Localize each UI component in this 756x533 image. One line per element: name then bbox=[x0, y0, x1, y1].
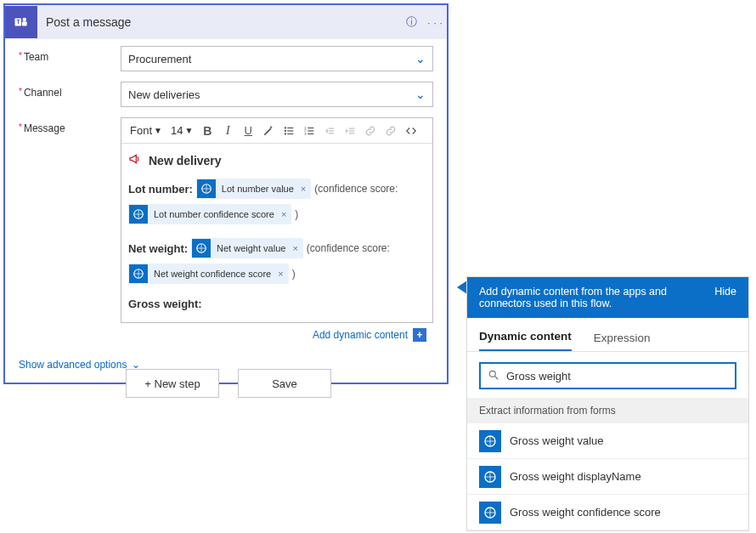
more-icon[interactable]: · · · bbox=[423, 16, 447, 29]
conf-open: (confidence score: bbox=[314, 183, 398, 195]
card-title: Post a message bbox=[37, 15, 399, 29]
token-remove-icon[interactable]: × bbox=[299, 184, 311, 194]
conf-close: ) bbox=[292, 268, 296, 280]
lot-label: Lot number: bbox=[128, 183, 193, 196]
select-channel-value: New deliveries bbox=[128, 88, 200, 101]
svg-rect-24 bbox=[22, 21, 27, 26]
italic-button[interactable]: I bbox=[218, 122, 237, 140]
gross-label: Gross weight: bbox=[128, 298, 202, 310]
unlink-button[interactable] bbox=[381, 122, 400, 140]
ai-builder-icon bbox=[129, 264, 148, 283]
token-lot-conf[interactable]: Lot number confidence score × bbox=[128, 204, 291, 224]
indent-button[interactable] bbox=[341, 122, 359, 140]
ai-builder-icon bbox=[129, 205, 148, 224]
help-icon[interactable]: ⓘ bbox=[399, 14, 423, 30]
label-team: Team bbox=[19, 46, 121, 63]
action-card: T Post a message ⓘ · · · Team Procuremen… bbox=[3, 3, 449, 384]
font-family-select[interactable]: Font▼ bbox=[127, 122, 166, 140]
editor-toolbar: Font▼ 14▼ B I U bbox=[121, 118, 432, 144]
select-channel[interactable]: New deliveries ⌄ bbox=[121, 82, 433, 107]
label-channel: Channel bbox=[19, 82, 121, 99]
save-button[interactable]: Save bbox=[238, 369, 331, 398]
result-item[interactable]: Gross weight confidence score bbox=[467, 495, 748, 530]
megaphone-icon bbox=[128, 152, 142, 168]
conf-close: ) bbox=[295, 208, 298, 220]
flow-footer-buttons: + New step Save bbox=[126, 369, 331, 398]
result-item[interactable]: Gross weight value bbox=[467, 423, 748, 459]
select-team-value: Procurement bbox=[128, 53, 191, 65]
result-label: Gross weight confidence score bbox=[510, 506, 661, 519]
label-message: Message bbox=[19, 117, 121, 134]
outdent-button[interactable] bbox=[320, 122, 339, 140]
add-dynamic-plus-icon[interactable]: + bbox=[413, 328, 426, 342]
bold-button[interactable]: B bbox=[198, 122, 217, 140]
tab-dynamic-content[interactable]: Dynamic content bbox=[479, 330, 572, 351]
row-message: Message Font▼ 14▼ B I U bbox=[5, 111, 447, 350]
select-team[interactable]: Procurement ⌄ bbox=[121, 46, 433, 71]
result-label: Gross weight value bbox=[510, 434, 604, 447]
row-channel: Channel New deliveries ⌄ bbox=[5, 75, 447, 111]
net-label: Net weight: bbox=[128, 242, 188, 255]
search-icon bbox=[488, 369, 499, 383]
message-heading: New delivery bbox=[149, 154, 222, 167]
panel-header: Add dynamic content from the apps and co… bbox=[467, 277, 748, 318]
token-remove-icon[interactable]: × bbox=[291, 243, 302, 253]
row-team: Team Procurement ⌄ bbox=[5, 39, 447, 75]
hide-panel-button[interactable]: Hide bbox=[714, 286, 736, 298]
card-header: T Post a message ⓘ · · · bbox=[5, 5, 447, 39]
search-input[interactable] bbox=[506, 370, 728, 383]
code-view-button[interactable] bbox=[402, 122, 420, 140]
bullet-list-button[interactable] bbox=[279, 122, 298, 140]
rich-text-editor[interactable]: Font▼ 14▼ B I U Ne bbox=[121, 117, 433, 323]
result-item[interactable]: Gross weight displayName bbox=[467, 459, 748, 495]
underline-button[interactable]: U bbox=[239, 122, 257, 140]
svg-point-23 bbox=[23, 18, 27, 22]
panel-header-text: Add dynamic content from the apps and co… bbox=[479, 286, 706, 309]
conf-open: (confidence score: bbox=[307, 242, 390, 254]
editor-body[interactable]: New delivery Lot number: Lot number valu… bbox=[121, 144, 432, 322]
teams-icon: T bbox=[5, 6, 37, 38]
token-net-conf[interactable]: Net weight confidence score × bbox=[128, 264, 289, 284]
dynamic-content-panel: Add dynamic content from the apps and co… bbox=[466, 276, 749, 531]
add-dynamic-content-link[interactable]: Add dynamic content bbox=[313, 329, 408, 341]
token-remove-icon[interactable]: × bbox=[279, 209, 291, 219]
new-step-button[interactable]: + New step bbox=[126, 369, 219, 398]
token-net-value[interactable]: Net weight value × bbox=[191, 238, 303, 258]
ai-builder-icon bbox=[479, 466, 501, 488]
search-box[interactable] bbox=[479, 362, 736, 389]
ai-builder-icon bbox=[479, 502, 501, 524]
token-remove-icon[interactable]: × bbox=[276, 269, 288, 279]
tab-expression[interactable]: Expression bbox=[594, 332, 651, 351]
font-size-select[interactable]: 14▼ bbox=[167, 122, 196, 140]
result-label: Gross weight displayName bbox=[510, 470, 641, 483]
ai-builder-icon bbox=[192, 239, 211, 258]
number-list-button[interactable] bbox=[300, 122, 319, 140]
link-button[interactable] bbox=[361, 122, 380, 140]
chevron-down-icon: ⌄ bbox=[415, 52, 426, 65]
ai-builder-icon bbox=[479, 430, 501, 452]
panel-tabs: Dynamic content Expression bbox=[467, 318, 748, 352]
chevron-down-icon: ⌄ bbox=[415, 88, 426, 101]
result-group-header: Extract information from forms bbox=[467, 398, 748, 423]
font-color-button[interactable] bbox=[259, 122, 278, 140]
token-lot-value[interactable]: Lot number value × bbox=[196, 179, 311, 199]
ai-builder-icon bbox=[197, 179, 216, 198]
